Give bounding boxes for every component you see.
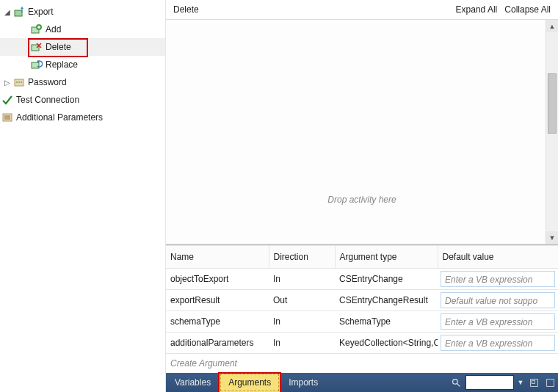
delete-icon [31, 41, 43, 53]
col-header-type[interactable]: Argument type [335, 246, 438, 269]
scroll-down-icon[interactable]: ▼ [546, 231, 558, 244]
arg-default[interactable]: Enter a VB expression [438, 311, 558, 333]
svg-rect-13 [546, 379, 554, 386]
zoom-dropdown-icon[interactable]: ▼ [515, 373, 526, 392]
arg-name[interactable]: additionalParameters [166, 333, 269, 354]
tab-imports[interactable]: Imports [280, 373, 327, 392]
table-row[interactable]: additionalParameters In KeyedCollection<… [166, 333, 558, 354]
arg-default[interactable]: Default value not suppo [438, 290, 558, 311]
designer-title: Delete [173, 4, 449, 15]
arg-name[interactable]: exportResult [166, 290, 269, 311]
tree-item-password[interactable]: ▷ Password [0, 73, 165, 91]
table-row[interactable]: exportResult Out CSEntryChangeResult Def… [166, 290, 558, 311]
create-argument-row[interactable]: Create Argument [166, 354, 558, 374]
tree-item-export[interactable]: ◢ Export [0, 3, 165, 21]
designer-header: Delete Expand All Collapse All [166, 0, 558, 19]
arguments-panel: Name Direction Argument type Default val… [166, 244, 558, 373]
arg-type[interactable]: KeyedCollection<String,Con [335, 333, 438, 354]
bottom-tab-bar: Variables Arguments Imports ▼ [166, 373, 558, 392]
zoom-input[interactable] [465, 375, 514, 390]
replace-icon [31, 59, 43, 70]
arg-default[interactable]: Enter a VB expression [438, 269, 558, 290]
tree-label: Additional Parameters [16, 112, 165, 123]
add-icon [31, 23, 43, 35]
table-row[interactable]: objectToExport In CSEntryChange Enter a … [166, 269, 558, 290]
arg-direction[interactable]: In [269, 269, 335, 290]
collapse-all-link[interactable]: Collapse All [504, 4, 551, 15]
twisty-icon[interactable]: ▷ [3, 79, 12, 87]
arg-name[interactable]: schemaType [166, 311, 269, 333]
tree-item-testconnection[interactable]: Test Connection [0, 91, 165, 109]
arg-name[interactable]: objectToExport [166, 269, 269, 290]
scroll-track[interactable] [546, 32, 558, 231]
tree-label: Password [28, 77, 165, 87]
tab-arguments[interactable]: Arguments [220, 373, 280, 392]
designer-pane: Delete Expand All Collapse All Drop acti… [165, 0, 558, 392]
twisty-icon[interactable]: ◢ [3, 8, 12, 16]
tree-label: Replace [46, 59, 165, 70]
scroll-up-icon[interactable]: ▲ [546, 20, 558, 32]
col-header-name[interactable]: Name [166, 246, 269, 269]
svg-point-10 [452, 379, 457, 384]
col-header-direction[interactable]: Direction [269, 246, 335, 269]
arg-type[interactable]: CSEntryChange [335, 269, 438, 290]
create-argument-label[interactable]: Create Argument [166, 354, 558, 374]
activity-tree: ◢ Export Add Delete Replace ▷ Password [0, 0, 165, 392]
tree-item-delete[interactable]: Delete [0, 38, 165, 56]
params-icon [1, 112, 13, 123]
arg-direction[interactable]: Out [269, 290, 335, 311]
search-icon[interactable] [448, 373, 464, 392]
arguments-table: Name Direction Argument type Default val… [166, 245, 558, 373]
tree-label: Delete [46, 42, 165, 52]
password-icon [13, 76, 25, 88]
svg-point-6 [16, 81, 18, 83]
tree-label: Export [28, 7, 165, 17]
arg-type[interactable]: SchemaType [335, 311, 438, 333]
svg-point-7 [18, 81, 20, 83]
svg-rect-0 [15, 10, 22, 16]
svg-point-8 [21, 81, 22, 83]
tree-item-additionalparams[interactable]: Additional Parameters [0, 109, 165, 126]
arg-direction[interactable]: In [269, 333, 335, 354]
export-icon [13, 6, 25, 18]
arg-direction[interactable]: In [269, 311, 335, 333]
tree-label: Add [46, 24, 165, 35]
vertical-scrollbar[interactable]: ▲ ▼ [546, 20, 558, 244]
arg-default[interactable]: Enter a VB expression [438, 333, 558, 354]
svg-rect-3 [32, 45, 39, 51]
table-header-row: Name Direction Argument type Default val… [166, 246, 558, 269]
tree-item-replace[interactable]: Replace [0, 56, 165, 73]
arg-type[interactable]: CSEntryChangeResult [335, 290, 438, 311]
expand-all-link[interactable]: Expand All [456, 4, 498, 15]
col-header-default[interactable]: Default value [438, 246, 558, 269]
check-icon [1, 94, 13, 106]
overview-icon[interactable] [526, 373, 542, 392]
tree-item-add[interactable]: Add [0, 21, 165, 38]
drop-hint: Drop activity here [166, 195, 558, 205]
table-row[interactable]: schemaType In SchemaType Enter a VB expr… [166, 311, 558, 333]
scroll-thumb[interactable] [548, 73, 557, 134]
svg-rect-12 [532, 380, 535, 383]
tree-label: Test Connection [16, 95, 165, 105]
designer-canvas[interactable]: Drop activity here ▲ ▼ [166, 19, 558, 244]
fit-to-screen-icon[interactable] [542, 373, 558, 392]
svg-rect-4 [32, 62, 39, 68]
tab-variables[interactable]: Variables [166, 373, 220, 392]
